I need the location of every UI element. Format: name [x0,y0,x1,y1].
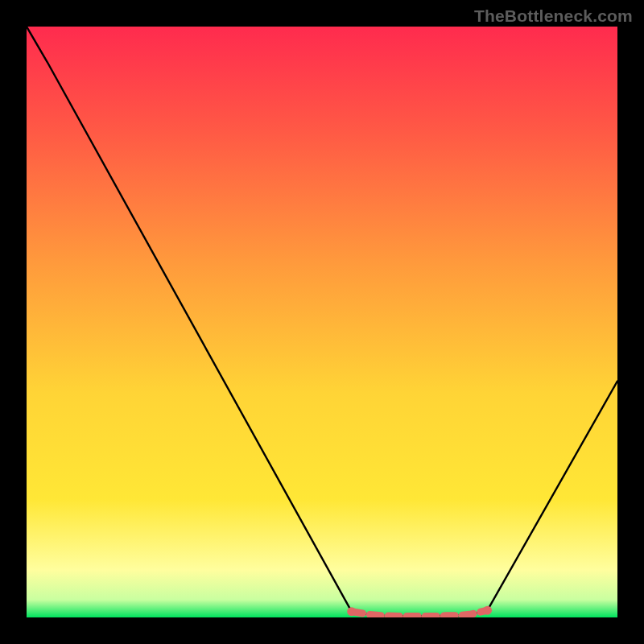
curve-path [27,27,617,617]
highlight-start-dot [347,607,356,616]
bottleneck-curve [27,27,617,617]
chart-stage: TheBottleneck.com [0,0,644,644]
plot-area [27,27,617,617]
curve-highlight [352,610,488,616]
watermark-label: TheBottleneck.com [474,6,633,26]
highlight-end-dot [483,606,492,615]
